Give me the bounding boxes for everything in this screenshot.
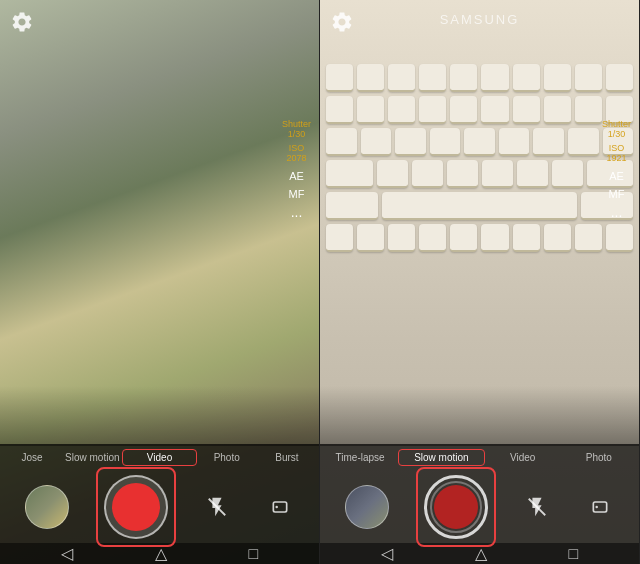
kbd-key	[552, 160, 583, 188]
kbd-key	[575, 224, 602, 252]
mode-tabs-right: Time-lapse Slow motion Video Photo	[320, 444, 639, 471]
kbd-key	[382, 192, 577, 220]
kbd-key	[326, 160, 373, 188]
record-inner-slow	[434, 485, 478, 529]
kbd-key	[517, 160, 548, 188]
kbd-row-6	[326, 224, 633, 252]
kbd-key	[326, 192, 378, 220]
kbd-key	[499, 128, 530, 156]
back-btn-left[interactable]: ◁	[61, 544, 73, 563]
flash-icon-right[interactable]	[523, 493, 551, 521]
thumbnail-left[interactable]	[25, 485, 69, 529]
storage-icon-right[interactable]	[586, 493, 614, 521]
tab-slow-motion-right[interactable]: Slow motion	[398, 449, 484, 466]
kbd-key	[430, 128, 461, 156]
kbd-key	[544, 96, 571, 124]
tab-timelapse-right[interactable]: Time-lapse	[322, 448, 398, 467]
kbd-key	[575, 96, 602, 124]
tab-photo-left[interactable]: Photo	[197, 448, 257, 467]
kbd-key	[513, 96, 540, 124]
kbd-key	[450, 64, 477, 92]
kbd-key	[533, 128, 564, 156]
recent-btn-left[interactable]: □	[248, 545, 258, 563]
record-btn-wrapper-right	[424, 475, 488, 539]
controls-row-right	[320, 471, 639, 543]
mode-tabs-left: Jose Slow motion Video Photo Burst	[0, 444, 319, 471]
kbd-key	[326, 96, 353, 124]
kbd-row-5	[326, 192, 633, 220]
kbd-key	[419, 96, 446, 124]
svg-point-5	[595, 506, 598, 509]
kbd-key	[481, 96, 508, 124]
camera-info-right: Shutter 1/30 ISO 1921 AE MF ...	[602, 120, 631, 220]
kbd-key	[481, 64, 508, 92]
tab-jose[interactable]: Jose	[2, 448, 62, 467]
tab-video-right[interactable]: Video	[485, 448, 561, 467]
tab-photo-right[interactable]: Photo	[561, 448, 637, 467]
right-screen: SAMSUNG Shutter 1/30 ISO 1921 AE MF ... …	[320, 0, 640, 564]
kbd-key	[357, 224, 384, 252]
shutter-value-left: 1/30	[282, 130, 311, 140]
ae-right: AE	[602, 170, 631, 182]
home-btn-left[interactable]: △	[155, 544, 167, 563]
svg-point-2	[275, 506, 278, 509]
system-nav-left: ◁ △ □	[0, 543, 319, 564]
home-btn-right[interactable]: △	[475, 544, 487, 563]
kbd-key	[388, 224, 415, 252]
mf-right: MF	[602, 188, 631, 200]
kbd-key	[575, 64, 602, 92]
kbd-key	[450, 96, 477, 124]
kbd-key	[326, 224, 353, 252]
tab-burst-left[interactable]: Burst	[257, 448, 317, 467]
kbd-key	[450, 224, 477, 252]
gradient-overlay-right	[320, 386, 639, 446]
camera-info-left: Shutter 1/30 ISO 2078 AE MF ...	[282, 120, 311, 220]
controls-row-left	[0, 471, 319, 543]
kbd-key	[481, 224, 508, 252]
tab-video-left[interactable]: Video	[122, 449, 196, 466]
recent-btn-right[interactable]: □	[568, 545, 578, 563]
kbd-row-2	[326, 96, 633, 124]
kbd-key	[482, 160, 513, 188]
mode-and-controls-right: Time-lapse Slow motion Video Photo	[320, 444, 639, 564]
iso-value-right: 1921	[602, 154, 631, 164]
record-inner-left	[112, 483, 160, 531]
kbd-key	[395, 128, 426, 156]
record-button-left[interactable]	[104, 475, 168, 539]
kbd-key	[412, 160, 443, 188]
kbd-row-3	[326, 128, 633, 156]
kbd-key	[513, 64, 540, 92]
kbd-key	[447, 160, 478, 188]
mf-left: MF	[282, 188, 311, 200]
back-btn-right[interactable]: ◁	[381, 544, 393, 563]
ae-left: AE	[282, 170, 311, 182]
kbd-key	[326, 128, 357, 156]
kbd-row-1	[326, 64, 633, 92]
kbd-key	[361, 128, 392, 156]
samsung-brand: SAMSUNG	[440, 12, 520, 27]
kbd-key	[513, 224, 540, 252]
kbd-key	[606, 224, 633, 252]
iso-value-left: 2078	[282, 154, 311, 164]
svg-rect-4	[593, 502, 606, 512]
mode-and-controls-left: Jose Slow motion Video Photo Burst	[0, 444, 319, 564]
dots-right: ...	[602, 204, 631, 220]
settings-icon-left[interactable]	[10, 10, 38, 38]
settings-icon-right[interactable]	[330, 10, 358, 38]
kbd-key	[388, 96, 415, 124]
kbd-row-4	[326, 160, 633, 188]
kbd-key	[388, 64, 415, 92]
record-button-slow-right[interactable]	[424, 475, 488, 539]
shutter-value-right: 1/30	[602, 130, 631, 140]
kbd-key	[357, 64, 384, 92]
dots-left: ...	[282, 204, 311, 220]
svg-rect-1	[273, 502, 286, 512]
left-screen: Shutter 1/30 ISO 2078 AE MF ... Jose Slo…	[0, 0, 320, 564]
flash-icon-left[interactable]	[203, 493, 231, 521]
thumbnail-right[interactable]	[345, 485, 389, 529]
kbd-key	[326, 64, 353, 92]
tab-slow-motion-left[interactable]: Slow motion	[62, 448, 122, 467]
storage-icon-left[interactable]	[266, 493, 294, 521]
kbd-key	[606, 64, 633, 92]
kbd-key	[357, 96, 384, 124]
